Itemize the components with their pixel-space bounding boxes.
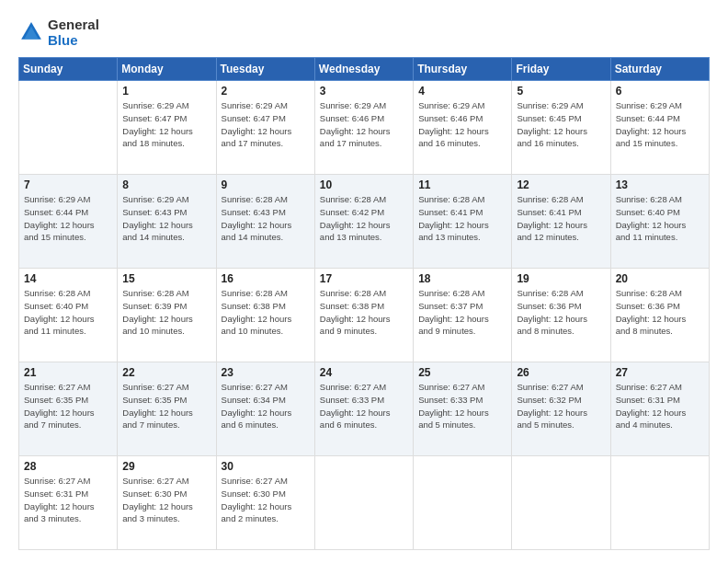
calendar-cell: 18Sunrise: 6:28 AMSunset: 6:37 PMDayligh…	[414, 269, 512, 362]
day-info: Sunrise: 6:28 AMSunset: 6:36 PMDaylight:…	[616, 287, 704, 338]
day-number: 13	[616, 178, 704, 191]
day-number: 29	[122, 460, 210, 473]
day-number: 11	[418, 178, 506, 191]
day-info: Sunrise: 6:29 AMSunset: 6:46 PMDaylight:…	[418, 99, 506, 150]
calendar-cell: 14Sunrise: 6:28 AMSunset: 6:40 PMDayligh…	[19, 269, 118, 362]
week-row-3: 14Sunrise: 6:28 AMSunset: 6:40 PMDayligh…	[19, 269, 710, 362]
day-number: 2	[222, 85, 310, 98]
day-info: Sunrise: 6:28 AMSunset: 6:37 PMDaylight:…	[418, 287, 506, 338]
day-info: Sunrise: 6:28 AMSunset: 6:40 PMDaylight:…	[24, 287, 112, 338]
day-number: 4	[418, 85, 506, 98]
logo-text: General Blue	[48, 17, 99, 48]
week-row-2: 7Sunrise: 6:29 AMSunset: 6:44 PMDaylight…	[19, 175, 710, 269]
calendar-cell: 6Sunrise: 6:29 AMSunset: 6:44 PMDaylight…	[610, 81, 709, 175]
day-info: Sunrise: 6:29 AMSunset: 6:44 PMDaylight:…	[24, 193, 112, 244]
day-info: Sunrise: 6:28 AMSunset: 6:41 PMDaylight:…	[418, 193, 506, 244]
day-number: 30	[222, 460, 310, 473]
week-row-1: 1Sunrise: 6:29 AMSunset: 6:47 PMDaylight…	[19, 81, 710, 175]
day-info: Sunrise: 6:29 AMSunset: 6:47 PMDaylight:…	[122, 99, 210, 150]
calendar-cell: 16Sunrise: 6:28 AMSunset: 6:38 PMDayligh…	[216, 269, 314, 362]
day-info: Sunrise: 6:28 AMSunset: 6:39 PMDaylight:…	[122, 287, 210, 338]
weekday-header-wednesday: Wednesday	[314, 58, 413, 81]
logo-icon	[18, 19, 44, 45]
calendar-cell: 22Sunrise: 6:27 AMSunset: 6:35 PMDayligh…	[118, 362, 216, 456]
weekday-header-sunday: Sunday	[19, 58, 118, 81]
calendar-cell: 26Sunrise: 6:27 AMSunset: 6:32 PMDayligh…	[512, 362, 610, 456]
day-number: 16	[222, 272, 310, 285]
calendar-cell: 20Sunrise: 6:28 AMSunset: 6:36 PMDayligh…	[610, 269, 709, 362]
week-row-5: 28Sunrise: 6:27 AMSunset: 6:31 PMDayligh…	[19, 456, 710, 550]
day-number: 19	[517, 272, 605, 285]
calendar-cell: 7Sunrise: 6:29 AMSunset: 6:44 PMDaylight…	[19, 175, 118, 269]
day-info: Sunrise: 6:27 AMSunset: 6:35 PMDaylight:…	[24, 381, 112, 431]
day-number: 15	[122, 272, 210, 285]
day-number: 7	[24, 178, 112, 191]
calendar-cell: 10Sunrise: 6:28 AMSunset: 6:42 PMDayligh…	[314, 175, 413, 269]
day-info: Sunrise: 6:27 AMSunset: 6:33 PMDaylight:…	[418, 381, 506, 431]
day-info: Sunrise: 6:27 AMSunset: 6:32 PMDaylight:…	[517, 381, 605, 431]
day-number: 1	[122, 85, 210, 98]
day-number: 3	[320, 85, 408, 98]
day-number: 22	[122, 366, 210, 379]
weekday-header-saturday: Saturday	[610, 58, 709, 81]
weekday-header-tuesday: Tuesday	[216, 58, 314, 81]
calendar-cell	[19, 81, 118, 175]
day-info: Sunrise: 6:27 AMSunset: 6:30 PMDaylight:…	[222, 475, 310, 525]
calendar-table: SundayMondayTuesdayWednesdayThursdayFrid…	[18, 57, 710, 550]
day-number: 23	[222, 366, 310, 379]
calendar-cell	[610, 456, 709, 550]
day-number: 24	[320, 366, 408, 379]
calendar-cell: 8Sunrise: 6:29 AMSunset: 6:43 PMDaylight…	[118, 175, 216, 269]
day-info: Sunrise: 6:27 AMSunset: 6:35 PMDaylight:…	[122, 381, 210, 431]
day-info: Sunrise: 6:28 AMSunset: 6:36 PMDaylight:…	[517, 287, 605, 338]
calendar-cell: 9Sunrise: 6:28 AMSunset: 6:43 PMDaylight…	[216, 175, 314, 269]
calendar-cell: 24Sunrise: 6:27 AMSunset: 6:33 PMDayligh…	[314, 362, 413, 456]
day-info: Sunrise: 6:28 AMSunset: 6:38 PMDaylight:…	[222, 287, 310, 338]
calendar-cell	[414, 456, 512, 550]
day-info: Sunrise: 6:28 AMSunset: 6:40 PMDaylight:…	[616, 193, 704, 244]
weekday-header-friday: Friday	[512, 58, 610, 81]
day-number: 14	[24, 272, 112, 285]
day-info: Sunrise: 6:27 AMSunset: 6:31 PMDaylight:…	[24, 475, 112, 525]
calendar-cell: 5Sunrise: 6:29 AMSunset: 6:45 PMDaylight…	[512, 81, 610, 175]
calendar-cell: 23Sunrise: 6:27 AMSunset: 6:34 PMDayligh…	[216, 362, 314, 456]
weekday-header-thursday: Thursday	[414, 58, 512, 81]
day-info: Sunrise: 6:27 AMSunset: 6:31 PMDaylight:…	[616, 381, 704, 431]
calendar-cell: 2Sunrise: 6:29 AMSunset: 6:47 PMDaylight…	[216, 81, 314, 175]
day-number: 5	[517, 85, 605, 98]
calendar-cell	[512, 456, 610, 550]
calendar-cell: 25Sunrise: 6:27 AMSunset: 6:33 PMDayligh…	[414, 362, 512, 456]
day-info: Sunrise: 6:29 AMSunset: 6:44 PMDaylight:…	[616, 99, 704, 150]
day-info: Sunrise: 6:29 AMSunset: 6:45 PMDaylight:…	[517, 99, 605, 150]
weekday-header-row: SundayMondayTuesdayWednesdayThursdayFrid…	[19, 58, 710, 81]
calendar-cell: 21Sunrise: 6:27 AMSunset: 6:35 PMDayligh…	[19, 362, 118, 456]
calendar-cell: 3Sunrise: 6:29 AMSunset: 6:46 PMDaylight…	[314, 81, 413, 175]
calendar-cell: 13Sunrise: 6:28 AMSunset: 6:40 PMDayligh…	[610, 175, 709, 269]
day-number: 9	[222, 178, 310, 191]
calendar-cell: 4Sunrise: 6:29 AMSunset: 6:46 PMDaylight…	[414, 81, 512, 175]
day-info: Sunrise: 6:28 AMSunset: 6:38 PMDaylight:…	[320, 287, 408, 338]
day-info: Sunrise: 6:29 AMSunset: 6:47 PMDaylight:…	[222, 99, 310, 150]
calendar-cell: 12Sunrise: 6:28 AMSunset: 6:41 PMDayligh…	[512, 175, 610, 269]
calendar-cell: 1Sunrise: 6:29 AMSunset: 6:47 PMDaylight…	[118, 81, 216, 175]
day-number: 18	[418, 272, 506, 285]
page: General Blue SundayMondayTuesdayWednesda…	[0, 0, 728, 563]
day-info: Sunrise: 6:27 AMSunset: 6:30 PMDaylight:…	[122, 475, 210, 525]
day-number: 10	[320, 178, 408, 191]
calendar-cell: 30Sunrise: 6:27 AMSunset: 6:30 PMDayligh…	[216, 456, 314, 550]
day-info: Sunrise: 6:29 AMSunset: 6:43 PMDaylight:…	[122, 193, 210, 244]
calendar-cell: 15Sunrise: 6:28 AMSunset: 6:39 PMDayligh…	[118, 269, 216, 362]
day-info: Sunrise: 6:27 AMSunset: 6:34 PMDaylight:…	[222, 381, 310, 431]
logo: General Blue	[18, 17, 99, 48]
calendar-cell: 11Sunrise: 6:28 AMSunset: 6:41 PMDayligh…	[414, 175, 512, 269]
day-number: 26	[517, 366, 605, 379]
weekday-header-monday: Monday	[118, 58, 216, 81]
week-row-4: 21Sunrise: 6:27 AMSunset: 6:35 PMDayligh…	[19, 362, 710, 456]
day-number: 28	[24, 460, 112, 473]
day-info: Sunrise: 6:28 AMSunset: 6:41 PMDaylight:…	[517, 193, 605, 244]
day-number: 6	[616, 85, 704, 98]
day-number: 25	[418, 366, 506, 379]
day-info: Sunrise: 6:28 AMSunset: 6:42 PMDaylight:…	[320, 193, 408, 244]
calendar-cell: 27Sunrise: 6:27 AMSunset: 6:31 PMDayligh…	[610, 362, 709, 456]
day-number: 27	[616, 366, 704, 379]
